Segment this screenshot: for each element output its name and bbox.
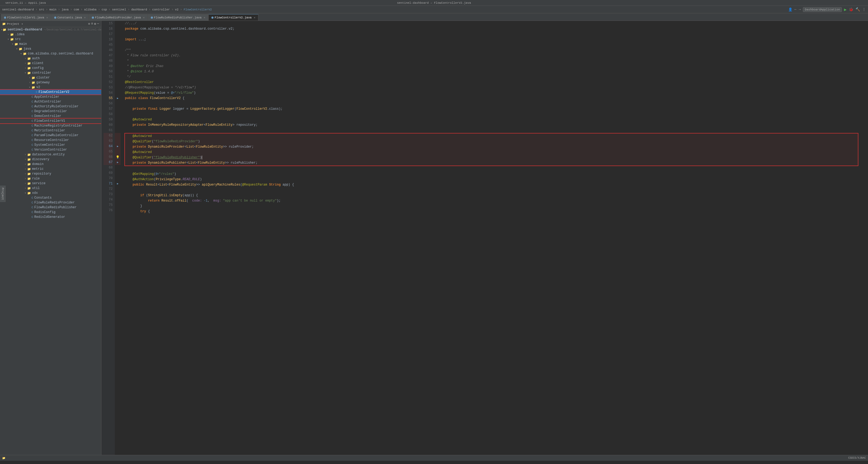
hide-icon[interactable]: — — [97, 22, 99, 26]
breadcrumb-controller[interactable]: controller — [152, 8, 170, 11]
run-config-label[interactable]: DashboardApplication — [803, 7, 842, 12]
tree-item-authcontroller[interactable]: C AuthController — [0, 99, 101, 104]
tree-label: VersionController — [34, 148, 67, 152]
tab-close-icon[interactable]: ✕ — [143, 16, 145, 19]
tab-constants[interactable]: Constants.java ✕ — [51, 14, 89, 21]
code-line-70: @AuthAction(PrivilegeType.READ_RULE) — [125, 177, 864, 182]
java-file-icon: C — [31, 148, 33, 151]
tree-item-redisidgenerator[interactable]: C RedisIdGenerator — [0, 215, 101, 219]
tree-item-discovery[interactable]: › 📁 discovery — [0, 157, 101, 162]
tab-close-icon[interactable]: ✕ — [46, 16, 48, 19]
code-line-16: package com.alibaba.csp.sentinel.dashboa… — [125, 26, 864, 31]
tree-item-degradecontroller[interactable]: C DegradeController — [0, 109, 101, 114]
breadcrumb-alibaba[interactable]: alibaba — [84, 8, 96, 11]
project-tab[interactable]: Project — [0, 186, 6, 202]
sidebar-header: 📁 Project ▾ ⊙ ≡ ⚙ — — [0, 21, 101, 27]
code-line-50: * @since 1.4.0 — [125, 69, 864, 74]
tab-flowruleredisprovider[interactable]: FlowRuleRedisProvider.java ✕ — [89, 14, 148, 21]
tree-item-main[interactable]: ▾ 📁 main — [0, 42, 101, 47]
tree-item-idea[interactable]: › 📁 .idea — [0, 32, 101, 37]
tab-close-icon[interactable]: ✕ — [254, 16, 255, 19]
tree-item-flowcontrollerv2[interactable]: C FlowControllerV2 — [0, 90, 101, 94]
gutter-marker-67[interactable]: ▶ — [115, 160, 121, 165]
code-text: @since — [131, 69, 142, 74]
tree-item-gateway[interactable]: › 📁 gateway — [0, 80, 101, 85]
tree-item-flowcontrollerv1[interactable]: C FlowControllerV1 — [0, 119, 101, 123]
tree-item-src[interactable]: ▾ 📁 src — [0, 37, 101, 42]
breadcrumb-file[interactable]: FlowControllerV2 — [184, 8, 212, 11]
breadcrumb-csp[interactable]: csp — [102, 8, 107, 11]
tab-dot — [4, 17, 6, 19]
breadcrumb-dashboard[interactable]: dashboard — [131, 8, 147, 11]
tree-item-appcontroller[interactable]: C AppController — [0, 94, 101, 99]
breadcrumb-java[interactable]: java — [62, 8, 69, 11]
tab-close-icon[interactable]: ✕ — [204, 16, 205, 19]
tree-item-util[interactable]: › 📁 util — [0, 186, 101, 191]
code-text: @ — [171, 90, 173, 96]
java-file-icon: C — [31, 95, 33, 98]
run-debug-icon[interactable]: 🐞 — [849, 7, 853, 12]
tree-item-domain[interactable]: › 📁 domain — [0, 162, 101, 166]
tree-item-systemcontroller[interactable]: C SystemController — [0, 143, 101, 147]
tree-item-cluster[interactable]: › 📁 cluster — [0, 75, 101, 80]
tree-item-versioncontroller[interactable]: C VersionController — [0, 147, 101, 152]
gutter-marker-64[interactable]: ▶ — [115, 144, 121, 149]
tree-item-auth[interactable]: › 📁 auth — [0, 56, 101, 61]
code-text: (app)) { — [183, 193, 198, 198]
user-icon[interactable]: 👤 — [788, 7, 793, 12]
tree-item-controller[interactable]: ▾ 📁 controller — [0, 70, 101, 75]
gutter-marker-71[interactable]: ▶ — [115, 181, 121, 186]
tab-close-icon[interactable]: ✕ — [84, 16, 86, 19]
run-play-icon[interactable]: ▶ — [844, 7, 847, 12]
tree-item-democontroller[interactable]: C DemoController — [0, 114, 101, 119]
tree-item-rule[interactable]: › 📁 rule — [0, 176, 101, 181]
run-build-icon[interactable]: 🔨 — [856, 7, 860, 12]
tree-item-service[interactable]: › 📁 service — [0, 181, 101, 186]
code-text — [125, 160, 133, 165]
tab-flowcontrollerv2[interactable]: FlowControllerV2.java ✕ — [209, 14, 258, 21]
gutter-run-icon[interactable]: ▶ — [115, 96, 121, 101]
tree-item-metriccontroller[interactable]: C MetricController — [0, 128, 101, 133]
breadcrumb-v2[interactable]: v2 — [175, 8, 179, 11]
tree-label: Constants — [34, 196, 52, 200]
tree-item-authorityrulecontroller[interactable]: C AuthorityRuleController — [0, 104, 101, 109]
tree-item-machineregistrycontroller[interactable]: C MachineRegistryController — [0, 123, 101, 128]
tab-label: FlowControllerV2.java — [215, 16, 252, 19]
tree-item-flowruleredispublisher[interactable]: C FlowRuleRedisPublisher — [0, 205, 101, 210]
tree-item-flowruleredisprovider[interactable]: C FlowRuleRedisProvider — [0, 200, 101, 205]
breadcrumb-main[interactable]: main — [50, 8, 56, 11]
run-more-icon[interactable]: ⋮ — [862, 7, 866, 12]
settings-icon[interactable]: ⚙ — [94, 22, 96, 26]
tree-item-metric[interactable]: › 📁 metric — [0, 166, 101, 172]
tree-item-redisconfig[interactable]: C RedisConfig — [0, 210, 101, 215]
tree-item-xdx[interactable]: ▾ 📁 xdx — [0, 191, 101, 195]
project-dropdown-icon[interactable]: ▾ — [21, 23, 23, 26]
breadcrumb-src[interactable]: src — [39, 8, 44, 11]
tree-item-constants[interactable]: C Constants — [0, 195, 101, 200]
scope-icon[interactable]: ⊙ — [88, 22, 90, 26]
tree-item-paramflowrulecontroller[interactable]: C ParamFlowRuleController — [0, 133, 101, 138]
collapse-icon[interactable]: ≡ — [91, 22, 93, 26]
bulb-icon-66[interactable]: 💡 — [115, 154, 121, 160]
tree-item-com[interactable]: ▾ 📁 com.alibaba.csp.sentinel.dashboard — [0, 51, 101, 56]
tree-item-java[interactable]: ▾ 📁 java — [0, 47, 101, 51]
code-text: -1 — [204, 198, 207, 204]
breadcrumb-sentinel2[interactable]: sentinel — [112, 8, 126, 11]
tree-item-config[interactable]: › 📁 config — [0, 66, 101, 70]
line-num: 60 — [103, 122, 113, 128]
code-text: //.../ — [125, 21, 138, 26]
tab-flowruleredispublisher[interactable]: FlowRuleRedisPublisher.java ✕ — [148, 14, 208, 21]
nav-forward-icon[interactable]: → — [799, 7, 801, 11]
tab-flowcontrollerv1[interactable]: FlowControllerV1.java ✕ — [1, 14, 51, 21]
tree-item-v2[interactable]: ▾ 📁 v2 — [0, 85, 101, 90]
breadcrumb-com[interactable]: com — [74, 8, 79, 11]
tree-root[interactable]: ▾ 📁 sentinel-dashboard ~/Desktop/Sentine… — [0, 27, 101, 32]
tree-item-resourcecontroller[interactable]: C ResourceController — [0, 138, 101, 143]
code-editor[interactable]: 15 16 17 18 45 46 47 48 49 50 51 52 53 5… — [101, 21, 868, 455]
tree-item-repository[interactable]: › 📁 repository — [0, 172, 101, 176]
tree-item-client[interactable]: › 📁 client — [0, 61, 101, 66]
tree-item-datasource[interactable]: › 📁 datasource.entity — [0, 152, 101, 157]
breadcrumb-sentinel[interactable]: sentinel-dashboard — [2, 8, 34, 11]
nav-back-icon[interactable]: ← — [795, 7, 797, 11]
code-line-60: private InMemoryRuleRepositoryAdapter<Fl… — [125, 122, 864, 128]
